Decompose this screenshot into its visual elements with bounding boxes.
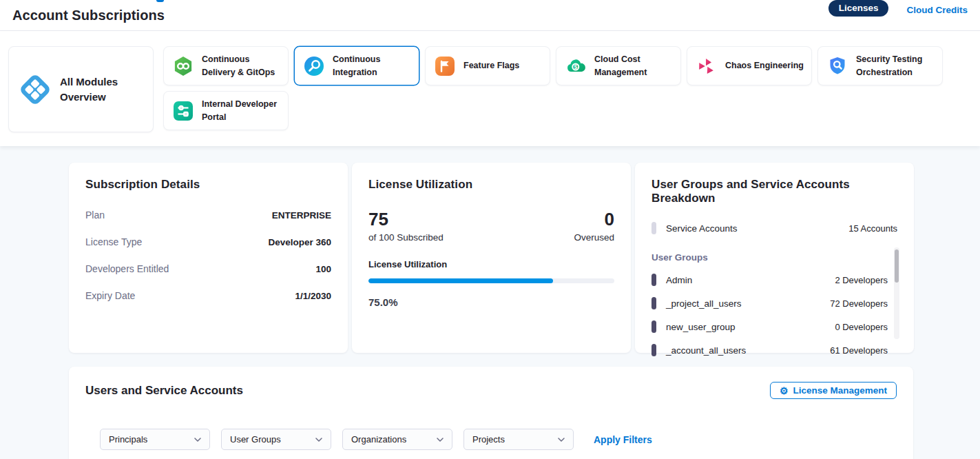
subscription-details-card: Subscription Details Plan ENTERPRISE Lic… xyxy=(69,163,348,353)
user-group-count: 2 Developers xyxy=(835,275,897,285)
module-grid: Continuous Delivery & GitOps Continuous … xyxy=(163,46,962,132)
user-group-name: _project_all_users xyxy=(666,298,742,309)
module-card-chaos-engineering[interactable]: Chaos Engineering xyxy=(687,46,812,85)
user-group-row: _account_all_users 61 Developers xyxy=(651,344,897,356)
users-section-header: Users and Service Accounts ⚙ License Man… xyxy=(85,382,897,399)
module-card-cd-gitops[interactable]: Continuous Delivery & GitOps xyxy=(163,46,289,85)
user-group-row: Admin 2 Developers xyxy=(651,274,897,286)
chevron-down-icon xyxy=(194,438,201,442)
groups-scrollbar[interactable] xyxy=(894,247,899,339)
service-accounts-marker xyxy=(651,222,656,234)
projects-filter-dropdown[interactable]: Projects xyxy=(463,429,574,450)
user-group-count: 61 Developers xyxy=(830,345,897,356)
licenses-used-count: 75 xyxy=(368,210,444,229)
modules-bar: All Modules Overview Continuous Delivery… xyxy=(0,31,980,146)
user-group-marker xyxy=(651,320,656,333)
detail-label: Expiry Date xyxy=(85,290,135,301)
cd-gitops-icon xyxy=(172,55,194,77)
all-modules-icon xyxy=(19,73,52,106)
users-and-service-accounts-card: Users and Service Accounts ⚙ License Man… xyxy=(69,367,913,459)
user-groups-filter-dropdown[interactable]: User Groups xyxy=(221,429,331,450)
filter-label: Principals xyxy=(109,434,147,445)
utilization-progress-fill xyxy=(368,278,553,283)
apply-filters-link[interactable]: Apply Filters xyxy=(594,434,652,445)
groups-scrollbar-thumb[interactable] xyxy=(895,249,899,283)
service-accounts-row: Service Accounts 15 Accounts xyxy=(651,222,897,234)
top-clipped-icon xyxy=(156,0,164,2)
user-group-name: new_user_group xyxy=(666,322,736,332)
chevron-down-icon xyxy=(437,438,444,442)
license-utilization-title: License Utilization xyxy=(368,178,614,192)
organizations-filter-dropdown[interactable]: Organizations xyxy=(342,429,452,450)
module-label: Chaos Engineering xyxy=(725,59,804,72)
detail-value: 1/1/2030 xyxy=(295,291,331,301)
security-testing-icon xyxy=(826,55,848,77)
user-group-count: 72 Developers xyxy=(830,298,897,309)
main-content: Subscription Details Plan ENTERPRISE Lic… xyxy=(0,146,980,459)
utilization-progress-track xyxy=(368,278,614,283)
module-label: Cloud Cost Management xyxy=(594,53,675,78)
all-modules-overview-card[interactable]: All Modules Overview xyxy=(8,46,154,132)
filters-row: Principals User Groups Organizations Pro… xyxy=(100,429,897,450)
detail-row-expiry-date: Expiry Date 1/1/2030 xyxy=(85,290,331,301)
detail-value: ENTERPRISE xyxy=(272,210,331,221)
module-label: Continuous Integration xyxy=(333,53,413,78)
module-label: Continuous Delivery & GitOps xyxy=(202,53,282,78)
tab-licenses[interactable]: Licenses xyxy=(828,0,889,17)
user-groups-subheading: User Groups xyxy=(651,252,897,263)
detail-value: Developer 360 xyxy=(268,237,331,247)
breakdown-card: User Groups and Service Accounts Breakdo… xyxy=(635,163,914,353)
detail-label: Plan xyxy=(85,210,105,221)
licenses-overused-count: 0 xyxy=(574,210,614,229)
user-group-count: 0 Developers xyxy=(835,322,897,332)
module-label: Security Testing Orchestration xyxy=(856,53,937,78)
tab-cloud-credits[interactable]: Cloud Credits xyxy=(906,2,968,15)
page-title: Account Subscriptions xyxy=(12,8,165,23)
module-card-internal-developer-portal[interactable]: Internal Developer Portal xyxy=(163,91,289,130)
module-card-continuous-integration[interactable]: Continuous Integration xyxy=(294,46,419,85)
filter-label: Projects xyxy=(472,434,505,445)
license-management-label: License Management xyxy=(793,385,887,396)
detail-label: Developers Entitled xyxy=(85,263,169,274)
breakdown-title: User Groups and Service Accounts Breakdo… xyxy=(651,178,897,205)
module-label: Feature Flags xyxy=(463,59,519,72)
utilization-bar-label: License Utilization xyxy=(368,259,614,269)
service-accounts-name: Service Accounts xyxy=(666,223,738,234)
detail-label: License Type xyxy=(85,236,142,247)
user-group-marker xyxy=(651,297,656,309)
user-group-row: _project_all_users 72 Developers xyxy=(651,297,897,309)
header-tabs: Licenses Cloud Credits xyxy=(828,0,968,17)
svg-text:$: $ xyxy=(574,63,577,70)
principals-filter-dropdown[interactable]: Principals xyxy=(100,429,210,450)
feature-flags-icon xyxy=(434,55,456,77)
user-group-row: new_user_group 0 Developers xyxy=(651,320,897,333)
all-modules-overview-label: All Modules Overview xyxy=(60,74,143,105)
service-accounts-count: 15 Accounts xyxy=(848,223,897,234)
user-group-marker xyxy=(651,274,656,286)
summary-cards-row: Subscription Details Plan ENTERPRISE Lic… xyxy=(69,163,980,353)
user-group-name: Admin xyxy=(666,275,692,285)
chevron-down-icon xyxy=(315,438,322,442)
utilization-percent: 75.0% xyxy=(368,296,614,308)
continuous-integration-icon xyxy=(303,55,325,77)
internal-developer-portal-icon xyxy=(172,100,194,122)
gear-icon: ⚙ xyxy=(780,386,789,396)
detail-value: 100 xyxy=(315,264,331,274)
licenses-overused-caption: Overused xyxy=(574,232,614,243)
module-label: Internal Developer Portal xyxy=(202,98,282,123)
license-utilization-card: License Utilization 75 of 100 Subscribed… xyxy=(352,163,631,353)
filter-label: User Groups xyxy=(230,434,281,445)
user-group-marker xyxy=(651,344,656,356)
detail-row-plan: Plan ENTERPRISE xyxy=(85,210,331,221)
detail-row-license-type: License Type Developer 360 xyxy=(85,236,331,247)
page-header: Account Subscriptions Licenses Cloud Cre… xyxy=(0,0,980,31)
chevron-down-icon xyxy=(558,438,565,442)
module-card-feature-flags[interactable]: Feature Flags xyxy=(425,46,550,85)
cloud-cost-icon: $ xyxy=(565,55,587,77)
license-numbers: 75 of 100 Subscribed 0 Overused xyxy=(368,210,614,243)
subscription-details-title: Subscription Details xyxy=(85,178,331,192)
module-card-cloud-cost[interactable]: $ Cloud Cost Management xyxy=(556,46,681,85)
detail-row-developers-entitled: Developers Entitled 100 xyxy=(85,263,331,274)
license-management-button[interactable]: ⚙ License Management xyxy=(770,382,897,399)
module-card-security-testing[interactable]: Security Testing Orchestration xyxy=(817,46,943,85)
